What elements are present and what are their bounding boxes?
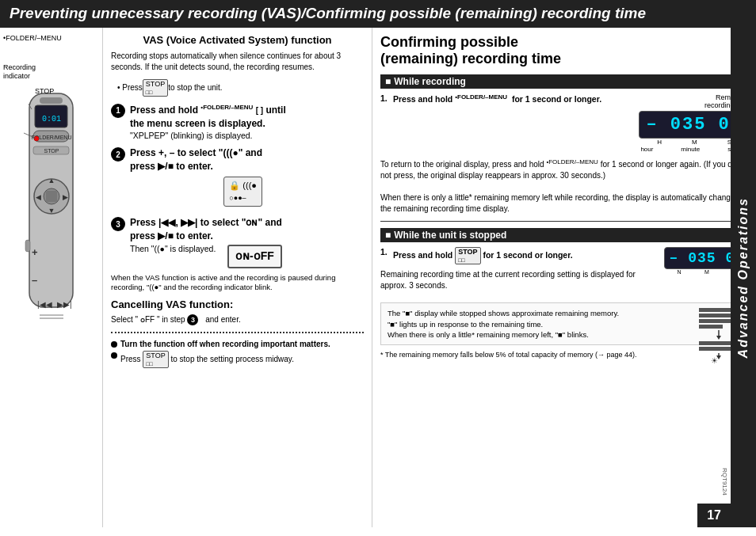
step-1-number: 1 <box>111 104 125 118</box>
step-2-text: Press +, – to select "(((●" andpress ▶/■… <box>130 146 262 211</box>
svg-text:▼: ▼ <box>48 207 55 215</box>
svg-text:◀: ◀ <box>36 193 41 201</box>
memory-note-box: The "■" display while stopped shows appr… <box>380 302 750 345</box>
stop-btn-right: STOP□□ <box>455 247 480 264</box>
step-2-number: 2 <box>111 147 125 162</box>
right-step-2-text: Press and hold STOP□□ for 1 second or lo… <box>393 247 573 264</box>
folder-menu-label: •FOLDER/–MENU <box>3 34 62 42</box>
svg-text:|◀◀: |◀◀ <box>37 300 52 309</box>
svg-text:▲: ▲ <box>48 177 55 184</box>
bullet-icon <box>111 341 117 348</box>
svg-marker-30 <box>716 336 721 340</box>
stop-label: STOP <box>35 87 54 95</box>
svg-text:STOP: STOP <box>44 148 59 154</box>
press-stop-suffix: to stop the unit. <box>168 83 222 92</box>
confirming-title: Confirming possible (remaining) recordin… <box>380 34 750 68</box>
dotted-divider <box>111 332 364 333</box>
bullet-icon-2 <box>111 352 117 359</box>
svg-rect-32 <box>699 347 731 351</box>
memory-note-text: The "■" display while stopped shows appr… <box>388 308 743 340</box>
step-3-number: 3 <box>111 217 125 231</box>
right-panel: Confirming possible (remaining) recordin… <box>372 28 756 527</box>
section-while-stopped: While the unit is stopped <box>380 228 750 242</box>
svg-text:☀: ☀ <box>711 356 718 363</box>
left-panel: •FOLDER/–MENU Recordingindicator STOP 0:… <box>0 28 103 527</box>
vas-title: VAS (Voice Activated System) function <box>111 34 364 46</box>
svg-rect-3 <box>40 97 63 104</box>
svg-text:▶: ▶ <box>63 193 68 201</box>
section2-note: Remaining recording time at the current … <box>380 269 658 291</box>
svg-text:0:01: 0:01 <box>42 115 61 124</box>
footnote: * The remaining memory falls below 5% of… <box>380 350 750 360</box>
section-divider <box>380 221 750 222</box>
device-illustration: 0:01 FOLDER/MENU STOP ▲ ▼ ◀ ▶ <box>3 82 99 327</box>
vas-description: Recording stops automatically when silen… <box>111 51 364 73</box>
middle-panel: VAS (Voice Activated System) function Re… <box>103 28 372 527</box>
right-step-1-text: Press and hold •FOLDER/–MENU for 1 secon… <box>393 93 601 105</box>
press-stop-instruction: • Press STOP□□ to stop the unit. <box>117 79 364 97</box>
step-num-2: 1. <box>380 247 391 257</box>
stop-btn-inline: STOP□□ <box>143 351 168 368</box>
svg-rect-28 <box>699 325 723 329</box>
section1-notes: To return to the original display, press… <box>380 158 750 215</box>
warning-1: Turn the function off when recording imp… <box>111 340 364 348</box>
warning-2-text: Press STOP□□ to stop the setting process… <box>120 351 294 368</box>
main-title: Preventing unnecessary recording (VAS)/C… <box>0 0 756 28</box>
vertical-text: Advanced Operations <box>736 197 750 358</box>
vas-note: When the VAS function is active and the … <box>111 273 364 293</box>
step-3-text: Press |◀◀, ▶▶| to select "ᴏɴ" andpress ▶… <box>130 216 282 268</box>
step-num-1: 1. <box>380 93 391 103</box>
warning-1-text: Turn the function off when recording imp… <box>120 340 330 348</box>
page-number: 17 <box>697 504 731 527</box>
section-while-recording: While recording <box>380 74 750 89</box>
svg-text:▶▶|: ▶▶| <box>57 300 72 309</box>
cancelling-text: Select " ᴏFF " in step 3 and enter. <box>111 314 364 325</box>
cancelling-title: Cancelling VAS function: <box>111 298 364 310</box>
step-2: 2 Press +, – to select "(((●" andpress ▶… <box>111 146 364 211</box>
svg-text:–: – <box>32 274 37 286</box>
step-1-text: Press and hold •FOLDER/–MENU [ ] untilth… <box>130 103 286 142</box>
rqt-label: RQT9124 <box>721 468 728 496</box>
svg-rect-18 <box>25 240 30 252</box>
press-label: • Press <box>117 83 143 92</box>
step-1: 1 Press and hold •FOLDER/–MENU [ ] until… <box>111 103 364 142</box>
recording-indicator-label: Recordingindicator <box>3 63 36 81</box>
right-step-2: 1. Press and hold STOP□□ for 1 second or… <box>380 247 658 264</box>
right-step-1: 1. Press and hold •FOLDER/–MENU for 1 se… <box>380 93 632 105</box>
advanced-operations-label: Advanced Operations <box>731 28 756 527</box>
stop-button-icon: STOP□□ <box>143 79 168 97</box>
svg-rect-27 <box>699 319 731 323</box>
svg-rect-15 <box>46 191 57 202</box>
step-3: 3 Press |◀◀, ▶▶| to select "ᴏɴ" andpress… <box>111 216 364 268</box>
warning-2: Press STOP□□ to stop the setting process… <box>111 351 364 368</box>
svg-text:+: + <box>32 246 38 258</box>
